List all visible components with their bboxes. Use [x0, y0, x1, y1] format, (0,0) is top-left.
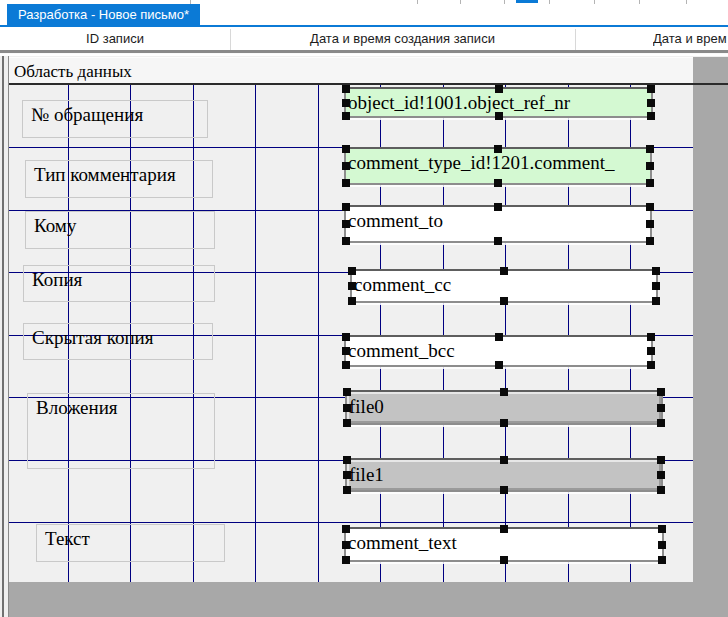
- toolbar-edge-mark: [639, 0, 640, 4]
- field-comment-type[interactable]: comment_type_id!1201.comment_: [344, 147, 652, 185]
- selection-handle[interactable]: [348, 297, 356, 305]
- selection-handle[interactable]: [343, 404, 351, 412]
- selection-handle[interactable]: [500, 486, 508, 494]
- selection-handle[interactable]: [342, 112, 350, 120]
- column-header-record-id[interactable]: ID записи: [0, 31, 230, 46]
- selection-handle[interactable]: [495, 112, 503, 120]
- selection-handle[interactable]: [494, 203, 502, 211]
- label-bcc[interactable]: Скрытая копия: [23, 323, 213, 360]
- toolbar-edge-mark: [549, 0, 550, 4]
- toolbar-edge-mark: [686, 0, 687, 4]
- grid-line: [255, 85, 256, 582]
- selection-handle[interactable]: [342, 347, 350, 355]
- selection-handle[interactable]: [495, 85, 503, 93]
- selection-handle[interactable]: [342, 541, 350, 549]
- band-left-edge: [0, 56, 9, 617]
- selection-handle[interactable]: [343, 486, 351, 494]
- column-header-datetime-clipped[interactable]: Дата и врем: [653, 31, 728, 46]
- selection-handle[interactable]: [658, 541, 666, 549]
- selection-handle[interactable]: [342, 361, 350, 369]
- selection-handle[interactable]: [657, 404, 665, 412]
- design-surface[interactable]: Область данных № обращения Тип комментар…: [0, 56, 728, 617]
- selection-handle[interactable]: [494, 179, 502, 187]
- selection-handle[interactable]: [500, 388, 508, 396]
- selection-handle[interactable]: [500, 419, 508, 427]
- selection-handle[interactable]: [494, 237, 502, 245]
- field-object-ref-nr[interactable]: object_id!1001.object_ref_nr: [344, 87, 653, 118]
- selection-handle[interactable]: [646, 162, 654, 170]
- selection-handle[interactable]: [342, 525, 350, 533]
- field-file0[interactable]: file0: [345, 390, 663, 425]
- selection-handle[interactable]: [658, 525, 666, 533]
- selection-handle[interactable]: [342, 99, 350, 107]
- selection-handle[interactable]: [647, 99, 655, 107]
- selection-handle[interactable]: [495, 333, 503, 341]
- selection-handle[interactable]: [647, 333, 655, 341]
- selection-handle[interactable]: [647, 85, 655, 93]
- selection-handle[interactable]: [342, 220, 350, 228]
- selection-handle[interactable]: [657, 471, 665, 479]
- field-comment-text[interactable]: comment_text: [344, 527, 664, 562]
- field-file1[interactable]: file1: [345, 458, 663, 492]
- tab-underline: [0, 25, 728, 27]
- selection-handle[interactable]: [646, 145, 654, 153]
- selection-handle[interactable]: [494, 145, 502, 153]
- selection-handle[interactable]: [647, 112, 655, 120]
- selection-handle[interactable]: [343, 471, 351, 479]
- selection-handle[interactable]: [657, 419, 665, 427]
- selection-handle[interactable]: [500, 297, 508, 305]
- field-comment-bcc[interactable]: comment_bcc: [344, 335, 653, 367]
- selection-handle[interactable]: [646, 179, 654, 187]
- selection-handle[interactable]: [657, 486, 665, 494]
- selection-handle[interactable]: [495, 361, 503, 369]
- label-text-body[interactable]: Текст: [36, 524, 225, 562]
- label-text: Вложения: [36, 397, 118, 418]
- selection-handle[interactable]: [343, 419, 351, 427]
- selection-handle[interactable]: [652, 297, 660, 305]
- label-comment-type[interactable]: Тип комментария: [25, 160, 213, 198]
- selection-handle[interactable]: [657, 388, 665, 396]
- selection-handle[interactable]: [647, 347, 655, 355]
- column-header-created-datetime[interactable]: Дата и время создания записи: [230, 31, 575, 46]
- label-text: Копия: [32, 269, 82, 290]
- selection-handle[interactable]: [500, 525, 508, 533]
- selection-handle[interactable]: [342, 333, 350, 341]
- label-attachments[interactable]: Вложения: [27, 393, 215, 469]
- selection-handle[interactable]: [342, 145, 350, 153]
- selection-handle[interactable]: [647, 361, 655, 369]
- selection-handle[interactable]: [342, 556, 350, 564]
- selection-handle[interactable]: [658, 556, 666, 564]
- selection-handle[interactable]: [343, 456, 351, 464]
- selection-handle[interactable]: [646, 203, 654, 211]
- selection-handle[interactable]: [342, 179, 350, 187]
- label-text: Кому: [34, 215, 76, 236]
- selection-handle[interactable]: [343, 388, 351, 396]
- selection-handle[interactable]: [342, 85, 350, 93]
- selection-handle[interactable]: [500, 556, 508, 564]
- selection-handle[interactable]: [652, 282, 660, 290]
- label-to[interactable]: Кому: [25, 211, 215, 249]
- band-header-data-area[interactable]: Область данных: [9, 57, 693, 83]
- label-text: № обращения: [31, 104, 143, 125]
- tab-development-new-letter[interactable]: Разработка - Новое письмо*: [7, 4, 200, 25]
- toolbar-edge-mark-active: [516, 0, 538, 3]
- label-request-number[interactable]: № обращения: [22, 100, 208, 138]
- label-text: Тип комментария: [34, 164, 176, 185]
- selection-handle[interactable]: [646, 220, 654, 228]
- toolbar-edge-mark: [417, 0, 418, 4]
- selection-handle[interactable]: [348, 282, 356, 290]
- selection-handle[interactable]: [348, 267, 356, 275]
- selection-handle[interactable]: [342, 162, 350, 170]
- field-comment-cc[interactable]: comment_cc: [350, 269, 658, 303]
- selection-handle[interactable]: [646, 237, 654, 245]
- field-comment-to[interactable]: comment_to: [344, 205, 652, 243]
- selection-handle[interactable]: [342, 237, 350, 245]
- selection-handle[interactable]: [652, 267, 660, 275]
- selection-handle[interactable]: [657, 456, 665, 464]
- field-text: comment_to: [346, 207, 650, 241]
- selection-handle[interactable]: [342, 203, 350, 211]
- outside-page-area-right: [693, 57, 728, 582]
- selection-handle[interactable]: [500, 456, 508, 464]
- label-cc[interactable]: Копия: [23, 265, 215, 302]
- selection-handle[interactable]: [500, 267, 508, 275]
